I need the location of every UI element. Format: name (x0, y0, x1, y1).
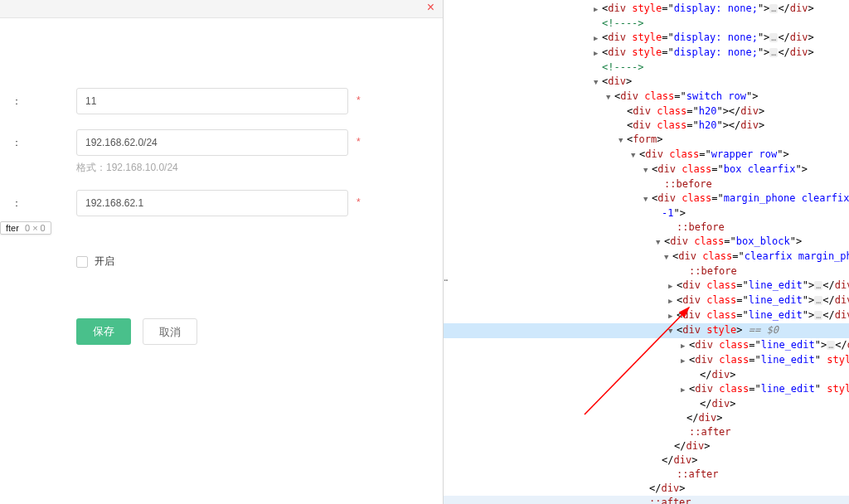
dom-tree-line[interactable]: <div style="display: none;">…</div> (444, 46, 849, 61)
dom-node-markup[interactable]: <div class="line_edit">…</div> (677, 309, 849, 321)
dom-node-markup[interactable]: <div class="box clearfix"> (652, 163, 808, 175)
chevron-down-icon[interactable] (619, 133, 627, 148)
dom-tree-line[interactable]: <div> (444, 75, 849, 90)
row-field2: ： 格式：192.168.10.0/24 * (0, 129, 429, 175)
dom-node-markup[interactable]: </div> (700, 369, 735, 380)
dom-tree-line[interactable]: <div class="line_edit">…</div> (444, 279, 849, 293)
dom-node-markup[interactable]: <div style="display: none;">…</div> (602, 46, 814, 58)
chevron-right-icon[interactable] (594, 2, 602, 17)
dom-node-markup[interactable]: </div> (662, 454, 697, 466)
chevron-right-icon[interactable] (681, 383, 689, 397)
dom-tree-line[interactable]: <div class="line_edit" style="display: n (444, 353, 849, 368)
close-icon[interactable]: × (427, 0, 434, 15)
field3-input[interactable] (76, 190, 348, 216)
dom-node-markup[interactable]: <div class="wrapper row"> (639, 148, 789, 160)
dom-node-markup[interactable]: <!----> (602, 61, 644, 73)
dom-node-markup[interactable]: ::after (689, 426, 731, 438)
dom-tree-line[interactable]: <div class="h20"></div> (444, 104, 849, 119)
dom-node-markup[interactable]: <div class="line_edit" style="display: n (689, 354, 849, 366)
dom-tree-line[interactable]: <div style> == $0 (444, 323, 849, 338)
dom-node-markup[interactable]: -1"> (662, 207, 686, 219)
dom-tree-line[interactable]: <div class="line_edit">…</div> (444, 293, 849, 308)
dom-tree-line[interactable]: ::after (444, 496, 849, 504)
dom-tree-line[interactable]: ::after (444, 425, 849, 439)
dom-tree-line[interactable]: <div style="display: none;">…</div> (444, 31, 849, 46)
chevron-down-icon[interactable] (668, 324, 677, 338)
dom-tree-line[interactable]: </div> (444, 411, 849, 425)
dom-node-markup[interactable]: <div class="line_edit" style="display: n (689, 383, 849, 395)
dom-tree-line[interactable]: <div class="box clearfix"> (444, 162, 849, 177)
field1-input[interactable] (76, 88, 348, 114)
dom-tree-line[interactable]: </div> (444, 482, 849, 496)
chevron-down-icon[interactable] (664, 250, 672, 264)
dom-node-markup[interactable]: </div> (686, 412, 722, 424)
dom-node-markup[interactable]: <!----> (602, 17, 644, 29)
dom-node-markup[interactable]: <div class="h20"></div> (627, 119, 764, 131)
chevron-down-icon[interactable] (594, 75, 602, 90)
dom-tree-line[interactable]: ::before (444, 220, 849, 235)
dom-node-markup[interactable]: </div> (700, 398, 735, 410)
dom-node-markup[interactable]: ::before (677, 221, 725, 233)
dom-node-markup[interactable]: <div class="line_edit">…</div> (677, 294, 849, 306)
dom-tree-line[interactable]: </div> (444, 439, 849, 453)
enable-checkbox[interactable] (76, 256, 88, 268)
dom-tree-line[interactable]: </div> (444, 368, 849, 382)
chevron-right-icon[interactable] (681, 339, 689, 353)
dom-node-markup[interactable]: <div class="line_edit">…</div> (677, 279, 849, 291)
dom-node-markup[interactable]: ::before (664, 178, 712, 190)
chevron-right-icon[interactable] (594, 32, 602, 46)
dom-tree-line[interactable]: <div class="box_block"> (444, 235, 849, 250)
dom-tree-line[interactable]: <!----> (444, 61, 849, 75)
dom-tree-line[interactable]: <form> (444, 133, 849, 148)
chevron-right-icon[interactable] (594, 46, 602, 61)
dom-tree-line[interactable]: -1"> (444, 206, 849, 220)
dom-node-markup[interactable]: </div> (649, 482, 685, 494)
dom-tree-line[interactable]: <div class="clearfix margin_phone"> (444, 250, 849, 264)
dom-node-markup[interactable]: <div class="clearfix margin_phone"> (672, 250, 849, 262)
dom-node-markup[interactable]: <div style> == $0 (677, 324, 779, 336)
dom-tree-line[interactable]: <div class="line_edit">…</div> (444, 308, 849, 323)
dom-node-markup[interactable]: ::before (689, 265, 737, 277)
dom-node-markup[interactable]: <div class="margin_phone clearfix col-lg… (652, 192, 849, 204)
dom-node-markup[interactable]: <div class="h20"></div> (627, 105, 764, 117)
dom-tree-line[interactable]: </div> (444, 453, 849, 468)
chevron-down-icon[interactable] (631, 148, 639, 162)
chevron-right-icon[interactable] (668, 294, 677, 308)
dom-node-markup[interactable]: ::after (677, 468, 719, 480)
dom-node-markup[interactable]: <div style="display: none;">…</div> (602, 32, 814, 43)
dom-node-markup[interactable]: ::after (649, 497, 691, 504)
dom-node-markup[interactable]: <div class="box_block"> (664, 235, 802, 247)
dom-tree-line[interactable]: <div class="switch row"> (444, 90, 849, 104)
chevron-right-icon[interactable] (668, 279, 677, 293)
dom-node-markup[interactable]: <div class="switch row"> (614, 90, 758, 102)
dom-tree-line[interactable]: <!----> (444, 17, 849, 31)
cancel-button[interactable]: 取消 (143, 318, 197, 345)
dom-tree-line[interactable]: <div style="display: none;">…</div> (444, 2, 849, 17)
dom-node-markup[interactable]: <form> (627, 133, 662, 145)
save-button[interactable]: 保存 (76, 318, 131, 345)
dom-tree-line[interactable]: <div class="line_edit">…</div> (444, 338, 849, 353)
chevron-right-icon[interactable] (681, 354, 689, 368)
required-icon: * (357, 129, 361, 148)
dom-node-markup[interactable]: </div> (674, 440, 710, 452)
dom-tree-line[interactable]: ::before (444, 264, 849, 279)
field2-input[interactable] (76, 129, 348, 156)
dom-tree-line[interactable]: <div class="margin_phone clearfix col-lg… (444, 191, 849, 206)
devtools-elements-tree[interactable]: ⋯ <div style="display: none;">…</div><!-… (443, 0, 849, 504)
dom-tree-line[interactable]: <div class="wrapper row"> (444, 148, 849, 162)
dom-node-markup[interactable]: <div style="display: none;">…</div> (602, 2, 814, 14)
dom-tree-line[interactable]: ::after (444, 468, 849, 482)
chevron-down-icon[interactable] (656, 235, 664, 250)
dom-node-markup[interactable]: <div class="line_edit">…</div> (689, 339, 849, 351)
dom-tree-line[interactable]: <div class="h20"></div> (444, 119, 849, 133)
chevron-right-icon[interactable] (668, 309, 677, 323)
dom-tree-line[interactable]: ::before (444, 177, 849, 191)
chevron-down-icon[interactable] (643, 163, 652, 177)
chevron-down-icon[interactable] (643, 192, 652, 206)
chevron-down-icon[interactable] (606, 90, 614, 104)
dom-node-markup[interactable]: <div> (602, 75, 632, 87)
form-modal: × ： * ： 格式：192.168.10.0/24 * ： * (0, 0, 443, 504)
dom-tree-line[interactable]: </div> (444, 397, 849, 411)
row-field1: ： * (0, 88, 429, 114)
dom-tree-line[interactable]: <div class="line_edit" style="display: n (444, 382, 849, 397)
